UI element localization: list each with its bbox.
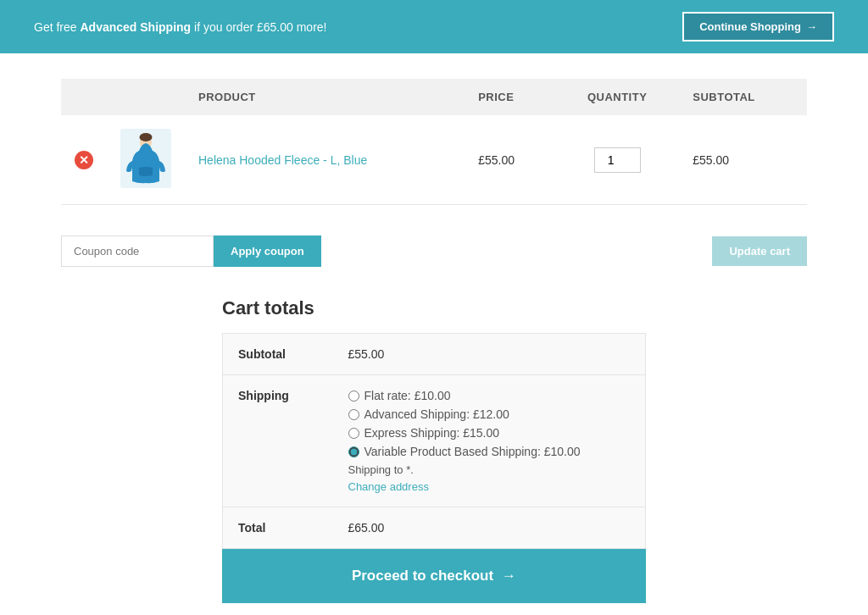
product-name-link[interactable]: Helena Hooded Fleece - L, Blue <box>198 153 367 167</box>
cart-table: PRODUCT PRICE QUANTITY SUBTOTAL ✕ <box>61 79 807 205</box>
main-content: PRODUCT PRICE QUANTITY SUBTOTAL ✕ <box>44 79 824 603</box>
checkout-arrow: → <box>502 568 516 585</box>
shipping-option: Express Shipping: £15.00 <box>348 426 631 440</box>
shipping-radio-variable[interactable] <box>348 446 359 457</box>
total-label: Total <box>223 507 333 549</box>
remove-cell: ✕ <box>61 115 107 205</box>
shipping-option: Variable Product Based Shipping: £10.00 <box>348 445 631 458</box>
change-address-link[interactable]: Change address <box>348 480 429 493</box>
subtotal-cell: £55.00 <box>679 115 807 205</box>
shipping-label-flat: Flat rate: £10.00 <box>364 389 451 402</box>
coupon-left: Apply coupon <box>61 235 321 267</box>
table-row: ✕ <box>61 115 807 205</box>
coupon-row: Apply coupon Update cart <box>61 222 807 280</box>
checkout-btn-wrapper: Proceed to checkout → <box>222 549 646 603</box>
shipping-row: Shipping Flat rate: £10.00 Advanced Ship… <box>223 375 646 507</box>
product-name-cell: Helena Hooded Fleece - L, Blue <box>185 115 465 205</box>
product-image <box>120 129 171 188</box>
shipping-label-advanced: Advanced Shipping: £12.00 <box>364 407 509 421</box>
subtotal-label: Subtotal <box>223 334 333 375</box>
total-value: £65.00 <box>333 507 646 549</box>
banner-text: Get free Advanced Shipping if you order … <box>34 20 326 34</box>
remove-icon: ✕ <box>75 151 93 169</box>
continue-shopping-button[interactable]: Continue Shopping → <box>682 12 834 42</box>
banner-bold: Advanced Shipping <box>80 20 191 34</box>
quantity-input[interactable] <box>594 147 641 173</box>
cart-totals-title: Cart totals <box>222 297 646 319</box>
cart-table-body: ✕ <box>61 115 807 205</box>
col-product-header: PRODUCT <box>185 79 465 115</box>
remove-item-button[interactable]: ✕ <box>75 151 93 169</box>
shipping-options-container: Flat rate: £10.00 Advanced Shipping: £12… <box>348 389 631 458</box>
shipping-label-variable: Variable Product Based Shipping: £10.00 <box>364 445 581 458</box>
checkout-label: Proceed to checkout <box>352 568 493 585</box>
subtotal-value: £55.00 <box>333 334 646 375</box>
update-cart-button[interactable]: Update cart <box>712 236 807 266</box>
col-price-header: PRICE <box>465 79 555 115</box>
cart-table-header: PRODUCT PRICE QUANTITY SUBTOTAL <box>61 79 807 115</box>
col-remove-header <box>61 79 107 115</box>
shipping-radio-flat[interactable] <box>348 391 359 402</box>
top-banner: Get free Advanced Shipping if you order … <box>0 0 868 53</box>
shipping-options-cell: Flat rate: £10.00 Advanced Shipping: £12… <box>333 375 646 507</box>
shipping-label-express: Express Shipping: £15.00 <box>364 426 500 440</box>
cart-totals-section: Cart totals Subtotal £55.00 Shipping Fla… <box>222 297 646 603</box>
continue-shopping-arrow: → <box>806 20 817 33</box>
total-row: Total £65.00 <box>223 507 646 549</box>
price-cell: £55.00 <box>465 115 555 205</box>
subtotal-row: Subtotal £55.00 <box>223 334 646 375</box>
shipping-label: Shipping <box>223 375 333 507</box>
qty-cell <box>555 115 679 205</box>
shipping-option: Advanced Shipping: £12.00 <box>348 407 631 421</box>
coupon-input[interactable] <box>61 235 214 267</box>
col-image-header <box>107 79 185 115</box>
col-qty-header: QUANTITY <box>555 79 679 115</box>
svg-point-2 <box>140 133 153 141</box>
shipping-to: Shipping to *. <box>348 463 631 476</box>
shipping-option: Flat rate: £10.00 <box>348 389 631 402</box>
apply-coupon-button[interactable]: Apply coupon <box>214 235 321 267</box>
item-price: £55.00 <box>478 153 515 167</box>
item-subtotal: £55.00 <box>693 153 729 167</box>
continue-shopping-label: Continue Shopping <box>699 20 801 33</box>
proceed-checkout-button[interactable]: Proceed to checkout → <box>222 549 646 603</box>
shipping-radio-express[interactable] <box>348 428 359 439</box>
col-subtotal-header: SUBTOTAL <box>679 79 807 115</box>
cart-totals-table: Subtotal £55.00 Shipping Flat rate: £10.… <box>222 333 646 549</box>
product-image-cell <box>107 115 185 205</box>
shipping-radio-advanced[interactable] <box>348 409 359 420</box>
